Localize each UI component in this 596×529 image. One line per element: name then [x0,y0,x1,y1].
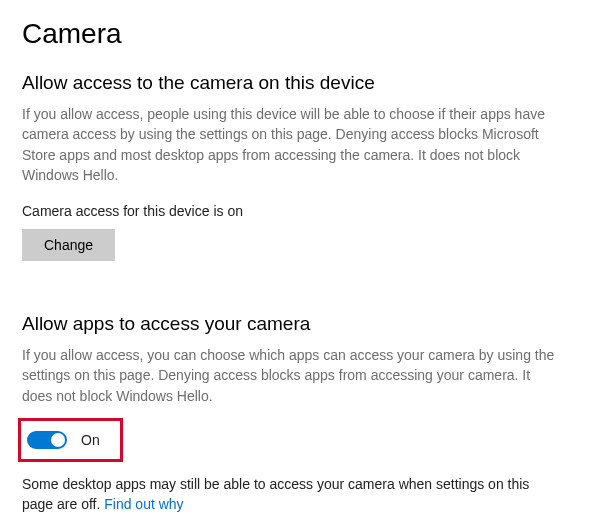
toggle-highlight: On [18,418,123,462]
section-allow-device-heading: Allow access to the camera on this devic… [22,72,574,94]
section-allow-apps-heading: Allow apps to access your camera [22,313,574,335]
apps-access-toggle[interactable] [27,431,67,449]
desktop-apps-note: Some desktop apps may still be able to a… [22,474,562,515]
toggle-state-label: On [81,432,100,448]
page-title: Camera [22,18,574,50]
desktop-apps-note-text: Some desktop apps may still be able to a… [22,476,529,512]
section-allow-apps-desc: If you allow access, you can choose whic… [22,345,562,406]
device-access-status: Camera access for this device is on [22,203,574,219]
toggle-knob [51,433,65,447]
change-button[interactable]: Change [22,229,115,261]
section-allow-device-desc: If you allow access, people using this d… [22,104,562,185]
find-out-why-link[interactable]: Find out why [104,496,183,512]
